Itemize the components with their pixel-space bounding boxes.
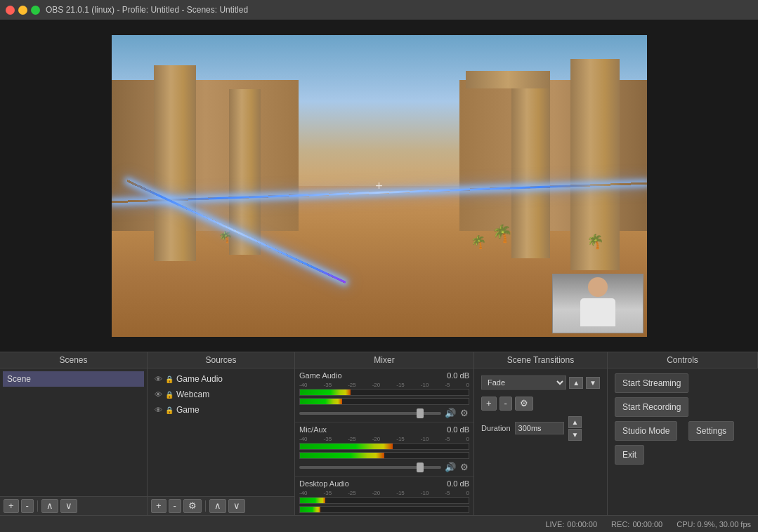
person-body	[580, 298, 615, 326]
sources-list: 👁 🔒 Game Audio 👁 🔒 Webcam 👁 🔒 Game	[148, 368, 294, 496]
eye-icon-webcam: 👁	[155, 390, 162, 399]
controls-header: Controls	[608, 352, 758, 368]
main-content: 🌴 🌴 🌴 🌴 +	[0, 20, 758, 532]
mixer-item-desktop-audio: Desktop Audio 0.0 dB -40-35-25-20-15-10-…	[295, 477, 473, 515]
transition-remove-button[interactable]: -	[499, 397, 512, 411]
mixer-panel: Game Audio 0.0 dB -40-35-25-20-15-10-50	[295, 368, 474, 515]
start-streaming-button[interactable]: Start Streaming	[615, 373, 688, 393]
scene-remove-button[interactable]: -	[21, 499, 34, 513]
source-item-game[interactable]: 👁 🔒 Game	[150, 402, 292, 418]
scene-up-button[interactable]: ∧	[41, 499, 58, 513]
mixer-db-game-audio: 0.0 dB	[447, 371, 469, 380]
controls-panel: Start Streaming Start Recording Studio M…	[608, 368, 758, 515]
fader-game-audio[interactable]	[299, 412, 441, 415]
maximize-button[interactable]	[31, 6, 40, 15]
scene-arch	[466, 71, 550, 88]
window-controls	[6, 6, 40, 15]
palm-tree-4: 🌴	[218, 230, 233, 240]
window-title: OBS 21.0.1 (linux) - Profile: Untitled -…	[46, 5, 248, 15]
sources-header: Sources	[148, 352, 295, 368]
audio-meter-desktop-audio-2	[299, 506, 469, 513]
scene-column-1	[154, 65, 196, 262]
source-configure-button[interactable]: ⚙	[183, 499, 202, 513]
live-status: LIVE: 00:00:00	[545, 520, 597, 528]
source-item-webcam[interactable]: 👁 🔒 Webcam	[150, 387, 292, 402]
mixer-item-mic-aux: Mic/Aux 0.0 dB -40-35-25-20-15-10-50	[295, 423, 473, 477]
source-add-button[interactable]: +	[151, 499, 166, 513]
live-label: LIVE:	[545, 520, 564, 528]
bottom-panel: Scenes Sources Mixer Scene Transitions C…	[0, 352, 758, 532]
settings-game-audio-button[interactable]: ⚙	[459, 407, 469, 419]
transition-arrow-down[interactable]: ▼	[586, 377, 600, 389]
cpu-status: CPU: 0.9%, 30.00 fps	[677, 520, 751, 528]
transition-type-select[interactable]: Fade	[481, 375, 566, 390]
mute-game-audio-button[interactable]: 🔊	[444, 407, 457, 419]
mixer-name-game-audio: Game Audio	[299, 371, 342, 380]
minimize-button[interactable]	[18, 6, 27, 15]
mixer-db-desktop-audio: 0.0 dB	[447, 479, 469, 488]
duration-label: Duration	[481, 424, 511, 432]
audio-meter-mic-aux-1	[299, 443, 469, 450]
mixer-db-mic-aux: 0.0 dB	[447, 425, 469, 434]
eye-icon-game-audio: 👁	[155, 375, 162, 383]
transition-arrow-up[interactable]: ▲	[569, 377, 583, 389]
source-remove-button[interactable]: -	[169, 499, 181, 513]
preview-canvas: 🌴 🌴 🌴 🌴 +	[112, 35, 647, 337]
exit-button[interactable]: Exit	[615, 445, 644, 465]
mixer-header: Mixer	[295, 352, 474, 368]
lock-icon-webcam: 🔒	[165, 391, 174, 399]
audio-meter-mic-aux-2	[299, 452, 469, 459]
preview-area: 🌴 🌴 🌴 🌴 +	[0, 20, 758, 352]
audio-meter-game-audio-2	[299, 398, 469, 405]
sources-toolbar: + - ⚙ ∧ ∨	[148, 496, 294, 515]
palm-tree-2: 🌴	[471, 234, 486, 246]
panel-headers: Scenes Sources Mixer Scene Transitions C…	[0, 352, 758, 368]
scenes-list: Scene	[0, 368, 147, 496]
settings-button[interactable]: Settings	[688, 421, 734, 441]
mute-mic-aux-button[interactable]: 🔊	[444, 461, 457, 473]
palm-tree-1: 🌴	[492, 224, 513, 240]
mixer-item-game-audio: Game Audio 0.0 dB -40-35-25-20-15-10-50	[295, 368, 473, 423]
webcam-feed	[553, 274, 643, 333]
person-head	[588, 277, 608, 297]
fader-mic-aux[interactable]	[299, 466, 441, 469]
rec-label: REC:	[611, 520, 629, 528]
source-item-game-audio[interactable]: 👁 🔒 Game Audio	[150, 371, 292, 387]
lock-icon-game: 🔒	[165, 406, 174, 414]
duration-up-button[interactable]: ▲	[568, 416, 582, 428]
transitions-header: Scene Transitions	[474, 352, 608, 368]
audio-meter-desktop-audio-1	[299, 497, 469, 504]
rec-time: 00:00:00	[632, 520, 662, 528]
duration-down-button[interactable]: ▼	[568, 429, 582, 441]
studio-mode-button[interactable]: Studio Mode	[615, 421, 677, 441]
scenes-header: Scenes	[0, 352, 148, 368]
crosshair: +	[375, 178, 383, 193]
transition-configure-button[interactable]: ⚙	[515, 397, 533, 411]
controls-content: Start Streaming Start Recording Studio M…	[608, 368, 758, 515]
titlebar: OBS 21.0.1 (linux) - Profile: Untitled -…	[0, 0, 758, 20]
eye-icon-game: 👁	[155, 406, 162, 414]
scenes-toolbar-sep	[37, 500, 38, 512]
scenes-panel: Scene + - ∧ ∨	[0, 368, 148, 515]
settings-mic-aux-button[interactable]: ⚙	[459, 461, 469, 473]
scene-column-4	[511, 71, 550, 258]
webcam-overlay	[552, 274, 643, 333]
scene-item-scene[interactable]: Scene	[3, 371, 144, 387]
cpu-info: CPU: 0.9%, 30.00 fps	[677, 520, 751, 528]
sources-toolbar-sep	[205, 500, 206, 512]
source-down-button[interactable]: ∨	[228, 499, 245, 513]
close-button[interactable]	[6, 6, 15, 15]
scenes-toolbar: + - ∧ ∨	[0, 496, 147, 515]
transitions-content: Fade ▲ ▼ + - ⚙ Duration ▲	[474, 368, 607, 515]
palm-tree-3: 🌴	[587, 233, 604, 246]
scene-down-button[interactable]: ∨	[60, 499, 77, 513]
scene-add-button[interactable]: +	[4, 499, 19, 513]
duration-input[interactable]	[515, 422, 564, 434]
transition-add-button[interactable]: +	[481, 397, 497, 411]
transitions-panel: Fade ▲ ▼ + - ⚙ Duration ▲	[474, 368, 608, 515]
source-up-button[interactable]: ∧	[209, 499, 226, 513]
mixer-name-mic-aux: Mic/Aux	[299, 425, 327, 434]
start-recording-button[interactable]: Start Recording	[615, 397, 688, 417]
panels-row: Scene + - ∧ ∨ 👁 🔒 Game Audio	[0, 368, 758, 515]
lock-icon-game-audio: 🔒	[165, 375, 174, 383]
